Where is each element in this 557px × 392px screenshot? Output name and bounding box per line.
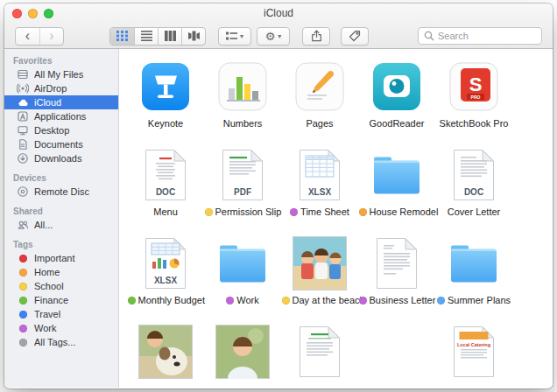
sidebar-item-work[interactable]: Work [4, 321, 118, 335]
window-body: FavoritesAll My FilesAirDropiCloudApplic… [4, 49, 553, 388]
share-control [302, 27, 330, 46]
documents-icon [16, 138, 30, 151]
file-item-time-sheet[interactable]: XLSXTime Sheet [281, 146, 358, 234]
file-item-doc-catering[interactable]: Local Catering [435, 323, 512, 388]
file-item-photo-girl[interactable] [204, 323, 281, 388]
desktop-icon [16, 124, 30, 137]
photo-dog-icon [138, 323, 193, 381]
app-sketchbook-icon: S PRO [449, 58, 498, 116]
icon-view-button[interactable] [110, 28, 134, 45]
tags-button[interactable] [342, 28, 368, 45]
sidebar-item-travel[interactable]: Travel [4, 307, 118, 321]
tag-color-dot [19, 283, 27, 290]
doc-catering-icon: Local Catering [453, 323, 495, 381]
sidebar-item-label: All... [34, 220, 53, 230]
sidebar-item-desktop[interactable]: Desktop [4, 123, 118, 137]
tag-dot-icon [16, 294, 30, 307]
arrange-icon [226, 32, 237, 41]
sidebar-item-label: Downloads [34, 153, 81, 164]
forward-button[interactable]: › [39, 28, 63, 45]
arrange-button[interactable]: ▾ [219, 28, 250, 45]
app-numbers-icon [218, 58, 267, 116]
close-button[interactable] [12, 9, 22, 18]
list-view-button[interactable] [134, 28, 158, 45]
sidebar-item-applications[interactable]: Applications [4, 109, 118, 123]
file-item-sketchbook-pro[interactable]: S PROSketchBook Pro [435, 58, 512, 146]
file-name: Permission Slip [205, 206, 281, 217]
action-button[interactable]: ⚙ ▾ [257, 28, 289, 45]
file-item-doc-green[interactable] [281, 323, 358, 388]
file-name: Menu [153, 206, 178, 217]
svg-text:DOC: DOC [156, 187, 175, 197]
file-name: GoodReader [370, 118, 425, 129]
view-mode-control [109, 27, 206, 46]
file-item-house-remodel[interactable]: House Remodel [358, 146, 435, 234]
file-item-photo-dog[interactable] [127, 323, 204, 388]
sidebar-item-finance[interactable]: Finance [4, 293, 118, 307]
content-area: Keynote Numbers Pages GoodReader S PROSk… [119, 49, 553, 388]
sidebar-item-school[interactable]: School [4, 279, 118, 293]
chevron-down-icon: ▾ [240, 32, 243, 40]
file-name-text: Numbers [223, 118, 263, 129]
sidebar-item-label: Home [34, 267, 60, 277]
file-name-text: House Remodel [370, 206, 439, 217]
file-item-summer-plans[interactable]: Summer Plans [435, 234, 512, 323]
coverflow-view-button[interactable] [181, 28, 205, 45]
tag-dot [226, 297, 234, 304]
file-item-cover-letter[interactable]: DOCCover Letter [435, 146, 512, 234]
file-item-monthly-budget[interactable]: XLSXMonthly Budget [127, 234, 204, 323]
sidebar-section-title: Shared [4, 206, 118, 216]
search-placeholder: Search [438, 31, 469, 41]
sidebar-item-all-my-files[interactable]: All My Files [4, 67, 118, 81]
file-name-text: GoodReader [370, 118, 425, 129]
file-name: Cover Letter [448, 206, 501, 217]
sidebar-item-all-tags[interactable]: All Tags... [4, 335, 118, 349]
tag-dot [282, 297, 290, 304]
zoom-button[interactable] [44, 9, 53, 18]
coverflow-view-icon [188, 31, 200, 41]
action-control: ⚙ ▾ [257, 27, 290, 46]
sidebar-item-icloud[interactable]: iCloud [4, 95, 118, 109]
tag-color-dot [19, 311, 27, 318]
sidebar-item-label: Travel [34, 309, 60, 319]
file-name-text: Cover Letter [448, 206, 501, 217]
gear-icon: ⚙ [265, 31, 276, 42]
sidebar-section-title: Tags [4, 240, 118, 249]
svg-text:PRO: PRO [471, 94, 481, 100]
svg-text:XLSX: XLSX [308, 187, 331, 197]
share-button[interactable] [303, 28, 329, 45]
chevron-right-icon: › [49, 29, 53, 43]
tag-color-dot [19, 269, 27, 276]
back-button[interactable]: ‹ [16, 28, 39, 45]
file-item-pages[interactable]: Pages [281, 58, 358, 146]
sidebar-item-important[interactable]: Important [4, 251, 118, 265]
file-item-permission-slip[interactable]: PDFPermission Slip [204, 146, 281, 234]
sidebar-item-remote-disc[interactable]: Remote Disc [4, 185, 118, 199]
sidebar-item-label: Finance [34, 295, 68, 305]
column-view-button[interactable] [158, 28, 181, 45]
sidebar-item-airdrop[interactable]: AirDrop [4, 81, 118, 95]
icloud-icon [16, 96, 30, 109]
sidebar-section-tags: TagsImportantHomeSchoolFinanceTravelWork… [4, 240, 118, 349]
file-item-work[interactable]: Work [204, 234, 281, 323]
sidebar-item-all[interactable]: All... [4, 218, 118, 232]
file-item-day-at-the-beach[interactable]: Day at the beach [281, 234, 358, 323]
file-name: Keynote [148, 118, 183, 129]
tag-dot-icon [16, 280, 30, 293]
tag-color-dot [19, 339, 27, 346]
search-field[interactable]: Search [418, 27, 542, 45]
file-item-keynote[interactable]: Keynote [127, 58, 204, 146]
minimize-button[interactable] [28, 9, 38, 18]
svg-text:S: S [469, 74, 483, 95]
sidebar-item-documents[interactable]: Documents [4, 137, 118, 151]
file-item-business-letter[interactable]: Business Letter [358, 234, 435, 323]
sidebar-item-home[interactable]: Home [4, 265, 118, 279]
tag-color-dot [19, 255, 27, 262]
file-item-menu[interactable]: DOCMenu [127, 146, 204, 234]
sidebar-item-label: Important [34, 253, 74, 263]
file-item-numbers[interactable]: Numbers [204, 58, 281, 146]
tag-dot [359, 208, 367, 216]
file-item-goodreader[interactable]: GoodReader [358, 58, 435, 146]
sidebar-item-downloads[interactable]: Downloads [4, 151, 118, 165]
list-view-icon [141, 31, 152, 41]
